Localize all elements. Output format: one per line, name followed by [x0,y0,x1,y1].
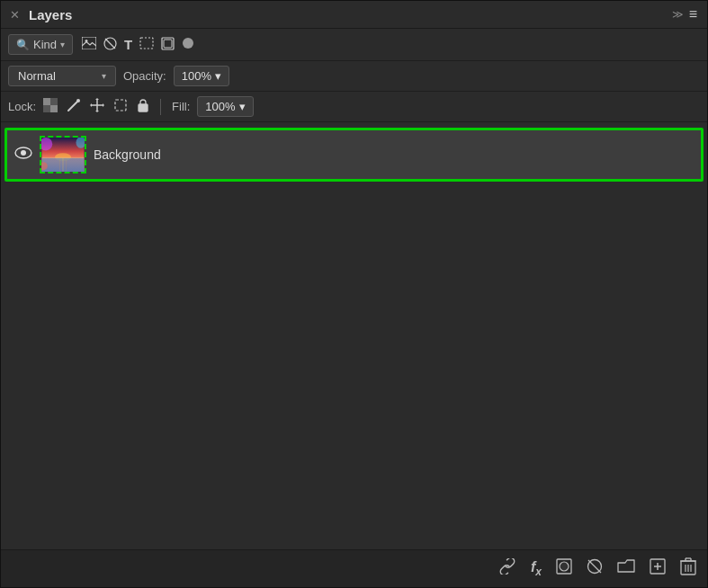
fill-dropdown[interactable]: 100% ▾ [197,96,253,117]
svg-rect-9 [50,105,58,112]
svg-point-13 [76,99,80,102]
svg-point-7 [183,38,193,49]
svg-line-3 [105,39,115,49]
menu-icon[interactable]: ≡ [689,6,698,22]
group-layers-icon[interactable] [617,559,635,578]
blend-mode-dropdown[interactable]: Normal ▾ [8,66,116,86]
delete-layer-icon[interactable] [680,557,696,580]
svg-rect-6 [164,40,172,48]
shape-filter-icon[interactable] [139,37,154,52]
layer-name: Background [94,147,694,162]
blend-mode-value: Normal [18,69,56,83]
kind-label: Kind [33,38,57,51]
bottom-toolbar: fx [1,549,707,587]
layers-panel: ✕ Layers ≫ ≡ 🔍 Kind ▾ T [0,0,708,588]
add-mask-icon[interactable] [556,558,572,579]
svg-rect-16 [115,100,126,111]
collapse-icon[interactable]: ≫ [672,8,684,21]
lock-fill-row: Lock: Fill: 100% [1,92,707,122]
fill-label: Fill: [172,100,190,113]
lock-icons-group [43,98,149,115]
lock-image-icon[interactable] [67,98,81,115]
layer-thumbnail [40,136,86,174]
fill-value: 100% [205,100,235,113]
pixel-filter-icon[interactable] [182,37,194,52]
opacity-chevron-icon: ▾ [215,69,221,83]
layer-row[interactable]: Background [4,128,704,182]
close-icon[interactable]: ✕ [10,8,20,22]
svg-rect-0 [82,37,96,49]
lock-artboard-icon[interactable] [113,98,128,115]
smart-filter-icon[interactable] [161,37,175,53]
lock-label: Lock: [8,100,36,113]
opacity-label: Opacity: [123,69,166,83]
lock-position-icon[interactable] [90,98,104,115]
new-adjustment-icon[interactable] [587,558,603,579]
svg-point-31 [560,562,569,571]
svg-point-19 [21,150,26,156]
blend-chevron-icon: ▾ [102,71,106,81]
svg-rect-17 [139,104,148,111]
lock-transparency-icon[interactable] [43,98,58,115]
svg-rect-11 [43,105,50,112]
opacity-dropdown[interactable]: 100% ▾ [174,66,229,86]
layer-visibility-icon[interactable] [14,147,32,163]
svg-line-12 [68,102,77,111]
kind-dropdown[interactable]: 🔍 Kind ▾ [8,34,73,55]
adjustment-filter-icon[interactable] [103,37,117,53]
panel-title: Layers [29,7,672,22]
filter-icons-group: T [82,37,194,53]
fill-chevron-icon: ▾ [239,100,246,113]
link-layers-icon[interactable] [498,558,516,579]
panel-header: ✕ Layers ≫ ≡ [1,1,707,29]
divider [160,99,161,115]
new-layer-icon[interactable] [650,558,666,579]
kind-chevron-icon: ▾ [60,40,65,49]
svg-rect-8 [43,98,50,105]
type-filter-icon[interactable]: T [124,37,132,52]
search-icon: 🔍 [16,39,30,51]
effects-icon[interactable]: fx [531,559,542,578]
svg-rect-4 [140,38,153,49]
image-filter-icon[interactable] [82,37,96,52]
kind-filter-row: 🔍 Kind ▾ T [1,29,707,61]
blend-opacity-row: Normal ▾ Opacity: 100% ▾ [1,61,707,92]
opacity-value: 100% [182,69,211,83]
layers-list: Background [1,122,707,549]
svg-rect-10 [50,98,58,105]
lock-all-icon[interactable] [137,98,149,115]
